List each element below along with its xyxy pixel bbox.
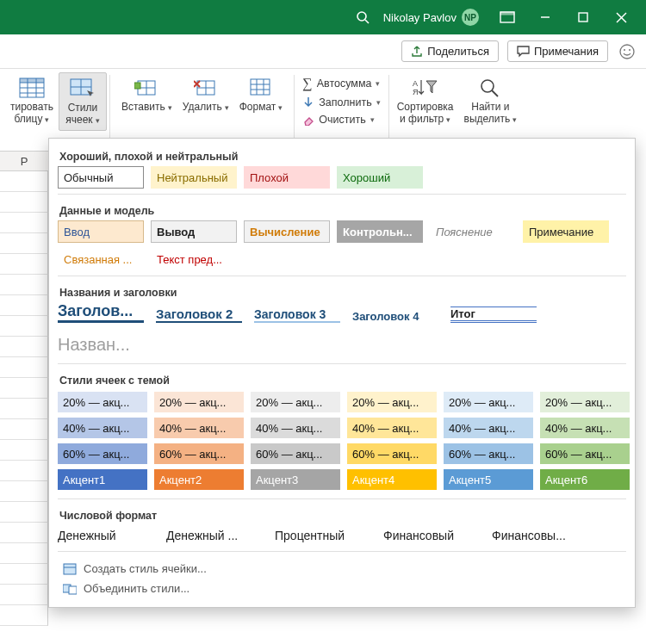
row-header[interactable] — [0, 295, 48, 316]
delete-label: Удалить — [183, 102, 229, 114]
style-accent-3-row3[interactable]: 60% — акц... — [251, 443, 340, 464]
style-good[interactable]: Хороший — [337, 166, 423, 189]
style-accent-2-row4[interactable]: Акцент2 — [154, 469, 244, 490]
section-title-themed: Стили ячеек с темой — [58, 369, 626, 390]
style-accent-4-row4[interactable]: Акцент4 — [347, 469, 437, 490]
style-calculation[interactable]: Вычисление — [244, 220, 330, 243]
style-accent-5-row1[interactable]: 20% — акц... — [444, 392, 533, 412]
style-accent-1-row2[interactable]: 40% — акц... — [58, 418, 147, 438]
style-heading3[interactable]: Заголовок 3 — [254, 307, 340, 323]
style-number-format-1[interactable]: Денежный ... — [166, 529, 259, 542]
style-output[interactable]: Вывод — [151, 220, 237, 243]
row-header[interactable] — [0, 213, 48, 233]
row-header[interactable] — [0, 357, 48, 378]
row-header[interactable] — [0, 192, 48, 213]
style-title[interactable]: Назван... — [58, 335, 144, 355]
share-button[interactable]: Поделиться — [401, 40, 499, 62]
style-explanatory[interactable]: Пояснение — [430, 220, 516, 243]
create-cell-style-item[interactable]: Создать стиль ячейки... — [58, 559, 626, 579]
comments-button[interactable]: Примечания — [507, 40, 608, 62]
style-accent-2-row2[interactable]: 40% — акц... — [154, 418, 244, 438]
user-account[interactable]: Nikolay Pavlov NP — [383, 9, 479, 26]
style-number-format-2[interactable]: Процентный — [275, 529, 368, 542]
separator — [294, 75, 295, 142]
row-header[interactable] — [0, 502, 48, 523]
insert-label: Вставить — [121, 102, 172, 114]
style-accent-5-row3[interactable]: 60% — акц... — [444, 443, 533, 464]
style-accent-1-row1[interactable]: 20% — акц... — [58, 392, 147, 412]
section-title-data: Данные и модель — [58, 200, 626, 220]
style-number-format-4[interactable]: Финансовы... — [492, 529, 585, 542]
row-header[interactable] — [0, 440, 48, 461]
style-accent-4-row3[interactable]: 60% — акц... — [347, 443, 437, 464]
style-accent-5-row2[interactable]: 40% — акц... — [444, 418, 533, 438]
style-bad[interactable]: Плохой — [244, 166, 330, 189]
style-accent-6-row2[interactable]: 40% — акц... — [540, 418, 630, 438]
find-select-button[interactable]: Найти и выделить — [459, 72, 523, 129]
style-accent-4-row1[interactable]: 20% — акц... — [347, 392, 437, 412]
style-accent-5-row4[interactable]: Акцент5 — [444, 469, 533, 490]
autosum-button[interactable]: ∑ Автосумма ▾ — [301, 74, 382, 93]
row-header[interactable] — [0, 419, 48, 440]
style-number-format-3[interactable]: Финансовый — [383, 529, 476, 542]
row-header[interactable] — [0, 564, 48, 585]
svg-rect-24 — [134, 83, 140, 89]
svg-rect-5 — [579, 13, 587, 22]
cell-styles-button[interactable]: Стили ячеек — [59, 72, 107, 131]
style-warning-text[interactable]: Текст пред... — [151, 248, 237, 270]
style-accent-2-row3[interactable]: 60% — акц... — [154, 443, 244, 464]
style-accent-6-row3[interactable]: 60% — акц... — [540, 443, 630, 464]
style-accent-1-row3[interactable]: 60% — акц... — [58, 443, 147, 464]
row-header[interactable] — [0, 585, 48, 605]
style-accent-3-row2[interactable]: 40% — акц... — [251, 418, 340, 438]
fill-button[interactable]: Заполнить ▾ — [301, 95, 382, 110]
row-header[interactable] — [0, 399, 48, 419]
style-heading2[interactable]: Заголовок 2 — [156, 307, 242, 323]
row-header[interactable] — [0, 378, 48, 399]
merge-styles-item[interactable]: Объединить стили... — [58, 579, 626, 598]
style-accent-3-row1[interactable]: 20% — акц... — [251, 392, 340, 412]
style-accent-6-row4[interactable]: Акцент6 — [540, 469, 630, 490]
column-header[interactable]: P — [0, 151, 48, 171]
style-accent-3-row4[interactable]: Акцент3 — [251, 469, 340, 490]
feedback-smiley-icon[interactable] — [617, 41, 637, 62]
user-name: Nikolay Pavlov — [383, 11, 457, 24]
style-input[interactable]: Ввод — [58, 220, 144, 243]
row-header[interactable] — [0, 233, 48, 254]
style-normal[interactable]: Обычный — [58, 166, 144, 189]
row-header[interactable] — [0, 543, 48, 564]
minimize-icon[interactable] — [527, 0, 563, 34]
format-as-table-button[interactable]: тировать блицу — [5, 72, 59, 129]
svg-rect-3 — [500, 12, 514, 15]
maximize-icon[interactable] — [565, 0, 601, 34]
style-total[interactable]: Итог — [450, 307, 537, 323]
ribbon-display-options-icon[interactable] — [489, 0, 525, 34]
row-header[interactable] — [0, 461, 48, 481]
style-accent-2-row1[interactable]: 20% — акц... — [154, 392, 244, 412]
row-header[interactable] — [0, 605, 48, 626]
row-header[interactable] — [0, 523, 48, 543]
style-neutral[interactable]: Нейтральный — [151, 166, 237, 189]
style-accent-6-row1[interactable]: 20% — акц... — [540, 392, 630, 412]
style-note[interactable]: Примечание — [523, 220, 609, 243]
style-accent-4-row2[interactable]: 40% — акц... — [347, 418, 437, 438]
style-heading4[interactable]: Заголовок 4 — [352, 310, 438, 323]
row-header[interactable] — [0, 481, 48, 502]
insert-button[interactable]: Вставить — [116, 72, 177, 117]
row-header[interactable] — [0, 316, 48, 337]
row-header[interactable] — [0, 254, 48, 275]
style-check-cell[interactable]: Контрольн... — [337, 220, 423, 243]
row-header[interactable] — [0, 275, 48, 295]
style-heading1[interactable]: Заголов... — [58, 302, 144, 323]
style-accent-1-row4[interactable]: Акцент1 — [58, 469, 147, 490]
row-header[interactable] — [0, 337, 48, 357]
style-linked-cell[interactable]: Связанная ... — [58, 248, 144, 270]
delete-button[interactable]: Удалить — [177, 72, 234, 117]
close-icon[interactable] — [603, 0, 639, 34]
search-icon[interactable] — [351, 5, 375, 29]
clear-button[interactable]: Очистить ▾ — [301, 112, 382, 127]
format-button[interactable]: Формат — [234, 72, 289, 117]
style-number-format-0[interactable]: Денежный — [58, 529, 151, 542]
sort-filter-button[interactable]: AЯ Сортировка и фильтр — [392, 72, 459, 129]
row-header[interactable] — [0, 171, 48, 192]
